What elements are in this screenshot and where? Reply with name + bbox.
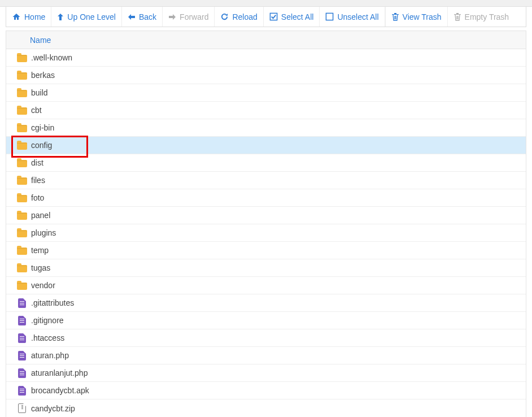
item-name: brocandycbt.apk xyxy=(30,386,89,395)
up-button[interactable]: Up One Level xyxy=(51,7,122,27)
empty-trash-icon xyxy=(453,12,461,21)
svg-rect-0 xyxy=(270,13,277,20)
list-item[interactable]: .gitignore xyxy=(6,312,526,329)
empty-trash-label: Empty Trash xyxy=(465,12,509,21)
item-name: candycbt.zip xyxy=(30,404,75,413)
item-name: aturanlanjut.php xyxy=(30,368,88,377)
item-name: aturan.php xyxy=(30,351,69,360)
unselect-all-label: Unselect All xyxy=(337,12,378,21)
reload-icon xyxy=(220,12,229,21)
folder-icon xyxy=(17,107,27,115)
select-all-icon xyxy=(269,12,278,21)
item-name: files xyxy=(30,176,45,185)
item-name: .gitignore xyxy=(30,316,64,325)
file-list-panel: Name .well-knownberkasbuildcbtcgi-bincon… xyxy=(6,31,526,417)
select-all-button[interactable]: Select All xyxy=(264,7,320,27)
list-item[interactable]: .htaccess xyxy=(6,329,526,347)
item-name: cgi-bin xyxy=(30,123,54,132)
empty-trash-button[interactable]: Empty Trash xyxy=(448,7,515,27)
file-icon xyxy=(18,298,26,308)
item-name: config xyxy=(30,141,52,150)
folder-icon xyxy=(17,90,27,97)
folder-icon xyxy=(17,72,27,80)
list-item[interactable]: vendor xyxy=(6,277,526,294)
up-label: Up One Level xyxy=(67,12,116,21)
list-item[interactable]: .gitattributes xyxy=(6,294,526,312)
item-name: plugins xyxy=(30,228,56,237)
item-name: .gitattributes xyxy=(30,298,74,307)
item-name: panel xyxy=(30,211,50,220)
up-arrow-icon xyxy=(57,13,64,21)
list-item[interactable]: panel xyxy=(6,207,526,224)
folder-icon xyxy=(17,212,27,220)
list-item[interactable]: config xyxy=(6,137,526,154)
list-item[interactable]: aturan.php xyxy=(6,347,526,364)
item-name: tugas xyxy=(30,263,50,272)
archive-icon xyxy=(18,403,26,413)
file-icon xyxy=(18,368,26,378)
item-name: cbt xyxy=(30,106,42,115)
back-label: Back xyxy=(139,12,156,21)
unselect-all-icon xyxy=(325,12,334,21)
folder-icon xyxy=(17,230,27,237)
list-item[interactable]: plugins xyxy=(6,224,526,242)
reload-button[interactable]: Reload xyxy=(215,7,263,27)
forward-arrow-icon xyxy=(168,14,176,20)
folder-icon xyxy=(17,177,27,185)
folder-icon xyxy=(17,283,27,290)
back-arrow-icon xyxy=(128,14,136,20)
list-item[interactable]: cbt xyxy=(6,102,526,119)
list-item[interactable]: berkas xyxy=(6,67,526,84)
item-name: build xyxy=(30,88,48,97)
back-button[interactable]: Back xyxy=(122,7,163,27)
item-name: berkas xyxy=(30,71,55,80)
file-list: .well-knownberkasbuildcbtcgi-binconfigdi… xyxy=(6,49,526,417)
list-item[interactable]: .well-known xyxy=(6,49,526,67)
view-trash-label: View Trash xyxy=(403,12,442,21)
view-trash-button[interactable]: View Trash xyxy=(386,7,448,27)
svg-rect-1 xyxy=(326,13,333,20)
home-button[interactable]: Home xyxy=(6,7,51,27)
item-name: foto xyxy=(30,193,44,202)
file-icon xyxy=(18,316,26,325)
folder-icon xyxy=(17,55,27,62)
folder-icon xyxy=(17,247,27,255)
list-item[interactable]: build xyxy=(6,84,526,102)
file-icon xyxy=(18,386,26,396)
list-item[interactable]: candycbt.zip xyxy=(6,399,526,417)
toolbar: Home Up One Level Back Forward Reload Se… xyxy=(6,7,526,27)
list-item[interactable]: brocandycbt.apk xyxy=(6,382,526,399)
item-name: vendor xyxy=(30,281,55,290)
folder-icon xyxy=(17,265,27,272)
list-item[interactable]: temp xyxy=(6,242,526,259)
list-item[interactable]: aturanlanjut.php xyxy=(6,364,526,382)
list-item[interactable]: cgi-bin xyxy=(6,119,526,137)
item-name: .htaccess xyxy=(30,333,64,342)
trash-icon xyxy=(391,12,399,21)
list-item[interactable]: files xyxy=(6,172,526,189)
file-icon xyxy=(18,333,26,343)
home-icon xyxy=(12,12,21,21)
item-name: .well-known xyxy=(30,53,72,62)
folder-icon xyxy=(17,160,27,167)
item-name: dist xyxy=(30,158,43,167)
file-icon xyxy=(18,351,26,360)
folder-icon xyxy=(17,125,27,132)
column-header-row[interactable]: Name xyxy=(6,31,526,49)
item-name: temp xyxy=(30,246,49,255)
folder-icon xyxy=(17,142,27,150)
forward-button[interactable]: Forward xyxy=(163,7,215,27)
window-top-strip xyxy=(0,0,532,7)
unselect-all-button[interactable]: Unselect All xyxy=(320,7,385,27)
folder-icon xyxy=(17,195,27,202)
list-item[interactable]: tugas xyxy=(6,259,526,277)
forward-label: Forward xyxy=(180,12,208,21)
name-column-header[interactable]: Name xyxy=(30,36,51,45)
home-label: Home xyxy=(24,12,45,21)
list-item[interactable]: foto xyxy=(6,189,526,207)
reload-label: Reload xyxy=(232,12,257,21)
select-all-label: Select All xyxy=(281,12,314,21)
list-item[interactable]: dist xyxy=(6,154,526,172)
